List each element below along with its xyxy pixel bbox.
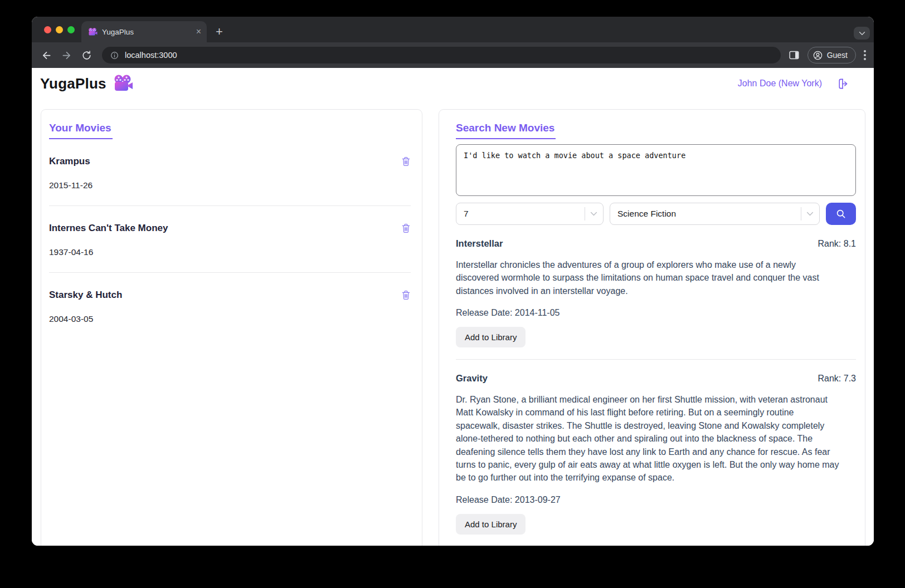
- movie-camera-logo-icon: [113, 75, 133, 92]
- search-result: Interstellar Rank: 8.1 Interstellar chro…: [456, 238, 856, 360]
- browser-tab[interactable]: YugaPlus ×: [81, 21, 207, 42]
- site-info-icon[interactable]: [110, 51, 119, 60]
- search-result: Gravity Rank: 7.3 Dr. Ryan Stone, a bril…: [456, 373, 856, 546]
- zoom-window-button[interactable]: [67, 26, 75, 33]
- movie-date: 1937-04-16: [49, 247, 411, 257]
- profile-button[interactable]: Guest: [807, 47, 856, 63]
- max-results-select[interactable]: 7: [456, 203, 604, 225]
- category-value: Science Fiction: [617, 209, 676, 219]
- movie-title: Internes Can't Take Money: [49, 223, 168, 234]
- result-description: Interstellar chronicles the adventures o…: [456, 258, 840, 297]
- list-item: Starsky & Hutch 2004-03-05: [49, 290, 411, 324]
- tab-favicon-movie-camera-icon: [88, 28, 98, 36]
- movie-title: Krampus: [49, 156, 90, 167]
- browser-toolbar: localhost:3000 Guest: [32, 42, 874, 68]
- close-tab-icon[interactable]: ×: [196, 27, 201, 36]
- search-icon: [835, 208, 846, 219]
- your-movies-title: Your Movies: [49, 122, 113, 139]
- search-button[interactable]: [826, 203, 856, 225]
- result-title: Gravity: [456, 373, 488, 384]
- delete-movie-trash-icon[interactable]: [401, 223, 411, 234]
- list-item: Krampus 2015-11-26: [49, 156, 411, 206]
- add-to-library-button[interactable]: Add to Library: [456, 514, 526, 535]
- brand: YugaPlus: [40, 75, 133, 92]
- new-tab-button[interactable]: +: [216, 26, 223, 38]
- url-bar[interactable]: localhost:3000: [102, 47, 781, 63]
- chevron-down-icon: [806, 212, 814, 216]
- divider: [456, 359, 856, 360]
- toolbar-right: Guest: [789, 47, 866, 63]
- max-results-value: 7: [464, 209, 469, 219]
- browser-window: YugaPlus × + localhost:3000: [32, 17, 874, 546]
- search-query-input[interactable]: I'd like to watch a movie about a space …: [456, 144, 856, 196]
- browser-menu-icon[interactable]: [864, 50, 866, 60]
- tab-title: YugaPlus: [102, 28, 192, 36]
- category-select[interactable]: Science Fiction: [610, 203, 820, 225]
- result-release-date: Release Date: 2014-11-05: [456, 308, 856, 318]
- delete-movie-trash-icon[interactable]: [401, 156, 411, 167]
- movie-title: Starsky & Hutch: [49, 290, 122, 301]
- url-text: localhost:3000: [125, 51, 177, 60]
- user-avatar-icon: [812, 50, 823, 61]
- result-description: Dr. Ryan Stone, a brilliant medical engi…: [456, 393, 840, 484]
- tab-search-button[interactable]: [854, 27, 870, 40]
- movie-date: 2004-03-05: [49, 314, 411, 324]
- user-area: John Doe (New York): [738, 77, 849, 90]
- select-divider: [801, 207, 801, 220]
- minimize-window-button[interactable]: [56, 26, 63, 33]
- result-rank: Rank: 7.3: [818, 374, 856, 384]
- profile-label: Guest: [827, 51, 848, 60]
- divider: [49, 272, 411, 273]
- search-panel: Search New Movies I'd like to watch a mo…: [439, 109, 865, 546]
- close-window-button[interactable]: [44, 26, 51, 33]
- reload-icon[interactable]: [80, 48, 93, 62]
- chevron-down-icon: [590, 212, 597, 216]
- divider: [49, 205, 411, 206]
- back-icon[interactable]: [40, 48, 53, 62]
- tab-strip: YugaPlus × +: [32, 17, 874, 42]
- user-name: John Doe (New York): [738, 79, 822, 89]
- app-page: YugaPlus: [32, 68, 874, 546]
- search-title: Search New Movies: [456, 122, 556, 139]
- delete-movie-trash-icon[interactable]: [401, 290, 411, 301]
- result-rank: Rank: 8.1: [818, 239, 856, 249]
- main-content: Your Movies Krampus 2015-11-26 Internes …: [32, 97, 874, 546]
- search-controls: 7 Science Fiction: [456, 203, 856, 225]
- your-movies-panel: Your Movies Krampus 2015-11-26 Internes …: [41, 109, 422, 546]
- forward-icon[interactable]: [60, 48, 73, 62]
- logout-icon[interactable]: [836, 77, 849, 90]
- select-divider: [585, 207, 585, 220]
- movie-date: 2015-11-26: [49, 180, 411, 190]
- result-release-date: Release Date: 2013-09-27: [456, 495, 856, 505]
- list-item: Internes Can't Take Money 1937-04-16: [49, 223, 411, 273]
- result-title: Interstellar: [456, 238, 503, 249]
- app-header: YugaPlus: [32, 68, 874, 97]
- side-panel-icon[interactable]: [789, 50, 800, 60]
- window-controls: [32, 17, 75, 42]
- add-to-library-button[interactable]: Add to Library: [456, 327, 526, 347]
- app-title: YugaPlus: [40, 75, 106, 92]
